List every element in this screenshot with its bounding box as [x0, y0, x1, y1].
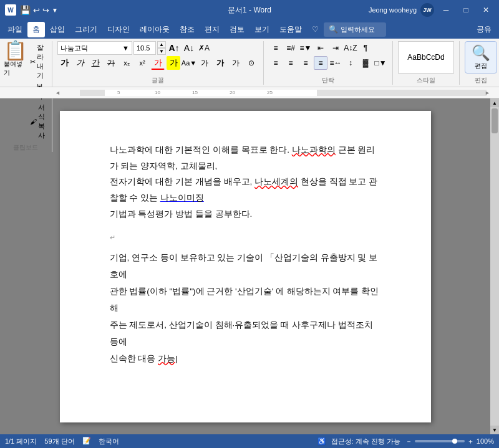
zoom-out-icon[interactable]: －: [405, 437, 412, 446]
ribbon: 📋 붙여넣기 ✂ 잘라내기 ⧉ 복사 🖌 서식 복사: [0, 39, 499, 87]
zoom-slider-thumb[interactable]: [452, 439, 457, 444]
title-bar-right: Jeong wooheyg JW ─ □ ✕: [369, 0, 494, 20]
font-size-decrease[interactable]: ▼: [157, 48, 166, 55]
bold-button[interactable]: 가: [57, 56, 71, 70]
borders-button[interactable]: □▼: [374, 56, 387, 70]
text-possible: 가능: [158, 354, 175, 363]
page-info: 1/1 페이지: [5, 437, 37, 446]
edit-button[interactable]: 🔍 편집: [465, 41, 497, 74]
strikethrough-button[interactable]: 가: [104, 56, 118, 70]
text-industry-1: 기업, 연구소 등이 보유하고 있는 기술이 「산업기술의 유출방지 및 보호에…: [110, 253, 379, 363]
decrease-indent-button[interactable]: ⇤: [314, 41, 327, 55]
restore-button[interactable]: □: [458, 0, 474, 20]
search-box[interactable]: 🔍 입력하세요: [324, 22, 386, 37]
document-page[interactable]: 나노과학에 대한 기본적인 이해를 목표로 한다. 나노과학의 근본 원리가 되…: [60, 111, 431, 422]
style-group: AaBbCcDd 스타일: [398, 41, 460, 85]
menu-item-file[interactable]: 파일: [2, 22, 27, 37]
paste-button[interactable]: 📋 붙여넣기: [4, 41, 27, 77]
shrink-font-button[interactable]: A↓: [182, 41, 196, 55]
para-group-label: 단락: [322, 75, 334, 85]
font-bold-ko[interactable]: 가: [213, 56, 227, 70]
clear-format-button[interactable]: ✗A: [197, 41, 211, 55]
menu-item-references[interactable]: 참조: [175, 22, 200, 37]
user-avatar[interactable]: JW: [420, 3, 434, 17]
menu-item-layout[interactable]: 레이아웃: [135, 22, 175, 37]
cut-label: 잘라내기: [37, 43, 45, 80]
status-bar-left: 1/1 페이지 59개 단어 📝 한국어: [5, 437, 119, 446]
font-format-button[interactable]: 가: [198, 56, 211, 70]
font-extra[interactable]: 가: [229, 56, 243, 70]
subscript-button[interactable]: x₂: [120, 56, 133, 70]
menu-item-insert[interactable]: 삽입: [45, 22, 70, 37]
close-button[interactable]: ✕: [478, 0, 494, 20]
font-size-selector[interactable]: 10.5: [133, 41, 156, 55]
menu-item-draw[interactable]: 그리기: [70, 22, 102, 37]
font-row1: 나눔고딕 ▼ 10.5 ▲ ▼ A↑ A↓ ✗A: [57, 41, 211, 55]
line-spacing-button[interactable]: ↕: [344, 56, 357, 70]
zoom-slider[interactable]: [415, 440, 465, 442]
superscript-button[interactable]: x²: [135, 56, 149, 70]
menu-item-home[interactable]: 홈: [27, 22, 45, 37]
paragraph-mark-1: ↵: [110, 232, 381, 244]
edit-label: 편집: [475, 62, 487, 70]
menu-item-heart[interactable]: ♡: [307, 22, 324, 36]
menu-item-mailings[interactable]: 편지: [200, 22, 225, 37]
save-icon[interactable]: 💾: [20, 5, 31, 15]
scroll-up-button[interactable]: ▲: [490, 98, 499, 107]
bullets-button[interactable]: ≡: [269, 41, 283, 55]
paragraph-1[interactable]: 나노과학에 대한 기본적인 이해를 목표로 한다. 나노과학의 근본 원리가 되…: [110, 142, 381, 222]
scroll-thumb[interactable]: [492, 108, 498, 133]
numbering-button[interactable]: ≡#: [284, 41, 298, 55]
ruler-tick-20: 20: [230, 90, 235, 95]
menu-item-review[interactable]: 검토: [225, 22, 250, 37]
font-circle[interactable]: ⊙: [245, 56, 258, 70]
redo-icon[interactable]: ↪: [42, 6, 49, 15]
font-color-button[interactable]: 가: [151, 56, 165, 70]
sort-button[interactable]: A↕Z: [344, 41, 357, 55]
ruler-tick-25: 25: [267, 90, 273, 95]
cut-button[interactable]: ✂ 잘라내기: [28, 42, 47, 81]
show-marks-button[interactable]: ¶: [359, 41, 372, 55]
underline-button[interactable]: 간: [89, 56, 102, 70]
para-row1: ≡ ≡# ≡▼ ⇤ ⇥ A↕Z ¶: [269, 41, 372, 55]
paste-icon: 📋: [4, 41, 27, 60]
document-scroll[interactable]: 나노과학에 대한 기본적인 이해를 목표로 한다. 나노과학의 근본 원리가 되…: [0, 98, 490, 434]
zoom-in-icon[interactable]: ＋: [467, 437, 474, 446]
font-name-selector[interactable]: 나눔고딕 ▼: [57, 41, 132, 55]
align-right-button[interactable]: ≡: [299, 56, 312, 70]
customize-icon[interactable]: ▼: [52, 7, 58, 14]
justify-button[interactable]: ≡: [314, 56, 327, 70]
align-left-button[interactable]: ≡: [269, 56, 283, 70]
align-center-button[interactable]: ≡: [284, 56, 298, 70]
edit-group-label: 편집: [475, 75, 487, 85]
multilevel-button[interactable]: ≡▼: [299, 41, 312, 55]
user-initials: JW: [423, 7, 432, 13]
paragraph-group: ≡ ≡# ≡▼ ⇤ ⇥ A↕Z ¶ ≡ ≡ ≡ ≡ ≡↔ ↕ ▓ □▼ 단락: [269, 41, 393, 85]
text-nanoworld: 나노세계의: [254, 177, 298, 186]
undo-icon[interactable]: ↩: [33, 6, 40, 15]
text-nanoscience: 나노과학에 대한 기본적인 이해를 목표로 한다.: [110, 145, 292, 155]
italic-button[interactable]: 가: [73, 56, 87, 70]
shading-button[interactable]: ▓: [359, 56, 372, 70]
paste-label: 붙여넣기: [4, 60, 27, 77]
menu-item-view[interactable]: 보기: [250, 22, 274, 37]
increase-indent-button[interactable]: ⇥: [329, 41, 342, 55]
scroll-down-button[interactable]: ▼: [490, 426, 499, 434]
edit-icon: 🔍: [472, 44, 490, 62]
menu-item-help[interactable]: 도움말: [274, 22, 307, 37]
vertical-scrollbar[interactable]: ▲ ▼: [490, 98, 499, 434]
change-case-button[interactable]: Aa▼: [182, 56, 196, 70]
distribute-button[interactable]: ≡↔: [329, 56, 342, 70]
font-size-value: 10.5: [137, 44, 150, 52]
menu-item-design[interactable]: 디자인: [102, 22, 135, 37]
style-gallery[interactable]: AaBbCcDd: [398, 41, 454, 74]
font-group: 나눔고딕 ▼ 10.5 ▲ ▼ A↑ A↓ ✗A 가 가 간 가 x₂ x² 가…: [57, 41, 264, 85]
zoom-control[interactable]: － ＋ 100%: [405, 437, 494, 446]
font-size-increase[interactable]: ▲: [157, 41, 166, 48]
grow-font-button[interactable]: A↑: [167, 41, 181, 55]
paragraph-2[interactable]: 기업, 연구소 등이 보유하고 있는 기술이 「산업기술의 유출방지 및 보호에…: [110, 249, 381, 367]
share-button[interactable]: 공유: [472, 22, 497, 37]
text-highlight-button[interactable]: 가: [167, 56, 180, 70]
text-cursor-pos: |: [175, 354, 178, 363]
minimize-button[interactable]: ─: [438, 0, 454, 20]
